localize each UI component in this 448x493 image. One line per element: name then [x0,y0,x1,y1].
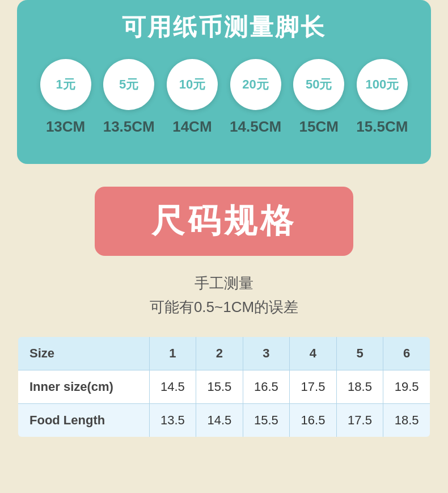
cell-1-4: 17.5 [336,404,383,438]
cell-0-0: 14.5 [149,370,196,404]
cell-1-1: 14.5 [196,404,243,438]
table-header-6: 6 [383,336,430,370]
table-body: Inner size(cm)14.515.516.517.518.519.5Fo… [18,370,430,438]
row-label-0: Inner size(cm) [18,370,149,404]
coin-size-5: 15.5CM [356,118,408,136]
size-banner: 尺码规格 [95,187,353,256]
table-header-3: 3 [243,336,290,370]
coin-circle-2: 10元 [167,59,218,110]
table-row-1: Food Length13.514.515.516.517.518.5 [18,404,430,438]
cell-0-2: 16.5 [243,370,290,404]
coin-size-4: 15CM [299,118,339,136]
table-row-0: Inner size(cm)14.515.516.517.518.519.5 [18,370,430,404]
row-label-1: Food Length [18,404,149,438]
coin-size-2: 14CM [172,118,212,136]
cell-0-3: 17.5 [290,370,337,404]
cell-0-5: 19.5 [383,370,430,404]
coin-item-0: 1元13CM [40,59,91,136]
coin-item-2: 10元14CM [167,59,218,136]
size-banner-text: 尺码规格 [151,202,297,239]
coin-item-4: 50元15CM [293,59,344,136]
cell-1-2: 15.5 [243,404,290,438]
table-header-2: 2 [196,336,243,370]
top-title: 可用纸币测量脚长 [34,11,414,43]
table-header-5: 5 [336,336,383,370]
cell-0-1: 15.5 [196,370,243,404]
cell-1-5: 18.5 [383,404,430,438]
table-header: Size123456 [18,336,430,370]
top-section: 可用纸币测量脚长 1元13CM5元13.5CM10元14CM20元14.5CM5… [17,0,431,164]
coin-size-1: 13.5CM [103,118,155,136]
cell-0-4: 18.5 [336,370,383,404]
coin-item-5: 100元15.5CM [356,59,408,136]
coin-circle-3: 20元 [230,59,281,110]
coin-size-0: 13CM [46,118,85,136]
middle-section: 尺码规格 手工测量 可能有0.5~1CM的误差 Size123456 Inner… [0,164,448,449]
coin-item-3: 20元14.5CM [230,59,281,136]
cell-1-0: 13.5 [149,404,196,438]
coin-circle-4: 50元 [293,59,344,110]
table-header-4: 4 [290,336,337,370]
size-table: Size123456 Inner size(cm)14.515.516.517.… [17,336,431,438]
coin-circle-1: 5元 [103,59,154,110]
coin-size-3: 14.5CM [230,118,281,136]
table-header-1: 1 [149,336,196,370]
measurement-note: 手工测量 可能有0.5~1CM的误差 [150,272,298,319]
coins-row: 1元13CM5元13.5CM10元14CM20元14.5CM50元15CM100… [34,59,414,136]
coin-circle-0: 1元 [40,59,91,110]
coin-item-1: 5元13.5CM [103,59,155,136]
table-header-0: Size [18,336,149,370]
coin-circle-5: 100元 [357,59,408,110]
cell-1-3: 16.5 [290,404,337,438]
